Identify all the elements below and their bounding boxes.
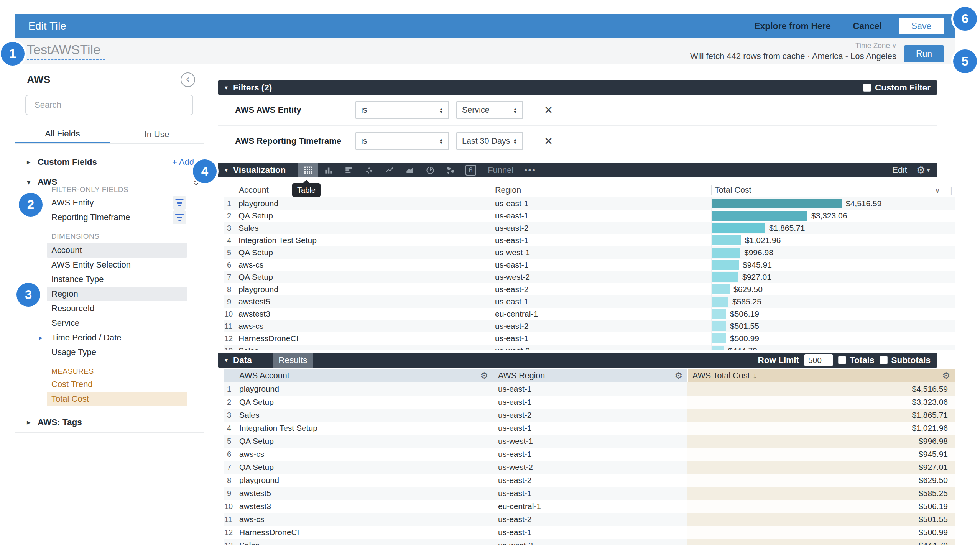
dimension-field[interactable]: ▸ AWS Entity Selection [15,258,204,272]
data-col-aws-region[interactable]: AWS Region ⚙ [493,369,687,382]
totals-checkbox[interactable] [838,356,846,364]
data-results-table: AWS Account ⚙ AWS Region ⚙ AWS Total Cos… [224,369,955,545]
tile-name-input[interactable]: TestAWSTile [27,42,105,60]
table-row[interactable]: 4 Integration Test Setup us-east-1 $1,02… [224,234,955,246]
save-button[interactable]: Save [899,18,944,34]
viz-col-total-cost[interactable]: Total Cost [711,185,955,195]
table-row[interactable]: 5 QA Setup us-west-1 $996.98 [224,435,955,448]
aws-tags-group-row[interactable]: ▸ AWS: Tags [15,412,204,433]
subtotals-checkbox[interactable] [880,356,888,364]
single-value-viz-icon[interactable]: 6 [460,163,481,177]
dimension-field[interactable]: ▸ Usage Type [15,345,204,360]
data-col-aws-account[interactable]: AWS Account ⚙ [235,369,493,382]
funnel-viz-option[interactable]: Funnel [488,165,513,175]
table-row[interactable]: 1 playground us-east-1 $4,516.59 [224,382,955,396]
tab-results[interactable]: Results [273,353,313,368]
line-chart-viz-icon[interactable] [379,163,400,177]
cost-bar [712,284,730,294]
dimension-field[interactable]: ▸ Instance Type [15,272,204,287]
data-col-aws-total-cost[interactable]: AWS Total Cost ↓ ⚙ [687,369,955,382]
table-viz-icon[interactable] [298,163,318,177]
gear-icon[interactable]: ⚙ [916,164,926,176]
tab-in-use[interactable]: In Use [110,125,204,143]
totals-toggle[interactable]: Totals [838,355,875,365]
remove-filter-icon[interactable]: × [544,133,552,149]
table-row[interactable]: 1 playground us-east-1 $4,516.59 [224,197,955,210]
table-row[interactable]: 13 Sales us-west-2 $444.79 [224,345,955,350]
area-chart-viz-icon[interactable] [400,163,420,177]
explore-from-here-button[interactable]: Explore from Here [754,21,830,31]
table-row[interactable]: 6 aws-cs us-east-1 $945.91 [224,448,955,461]
custom-fields-row[interactable]: ▸ Custom Fields + Add [15,153,204,171]
filter-icon[interactable] [173,210,186,224]
table-row[interactable]: 2 QA Setup us-east-1 $3,323.06 [224,396,955,409]
pie-chart-viz-icon[interactable] [420,163,440,177]
remove-filter-icon[interactable]: × [544,102,552,118]
more-viz-options-icon[interactable]: ••• [524,166,536,175]
dimension-field[interactable]: ▸ ResourceId [15,301,204,316]
tab-all-fields[interactable]: All Fields [15,125,110,143]
map-viz-icon[interactable] [440,163,460,177]
table-row[interactable]: 13 Sales us-west-2 $444.79 [224,539,955,545]
table-row[interactable]: 3 Sales us-east-2 $1,865.71 [224,222,955,234]
table-row[interactable]: 5 QA Setup us-west-1 $996.98 [224,246,955,259]
cancel-button[interactable]: Cancel [853,21,882,31]
dimension-field[interactable]: ▸ Account [15,243,204,258]
table-row[interactable]: 2 QA Setup us-east-1 $3,323.06 [224,210,955,222]
gear-icon[interactable]: ⚙ [942,371,950,381]
table-row[interactable]: 8 playground us-east-2 $629.50 [224,474,955,487]
visualization-section-header[interactable]: ▾ Visualization [218,163,937,177]
top-bar: Edit Tile Explore from Here Cancel Save [15,14,955,38]
table-row[interactable]: 3 Sales us-east-2 $1,865.71 [224,409,955,422]
gear-icon[interactable]: ⚙ [674,371,682,381]
table-row[interactable]: 6 aws-cs us-east-1 $945.91 [224,259,955,271]
table-row[interactable]: 10 awstest3 eu-central-1 $506.19 [224,500,955,513]
timezone-dropdown[interactable]: Time Zone∨ [855,41,896,50]
table-row[interactable]: 12 HarnessDroneCI us-east-1 $500.99 [224,332,955,345]
table-row[interactable]: 11 aws-cs us-east-2 $501.55 [224,513,955,526]
filter-only-field[interactable]: Reporting Timeframe [15,210,204,225]
chevron-down-icon[interactable]: ∨ [935,186,940,195]
table-row[interactable]: 11 aws-cs us-east-2 $501.55 [224,320,955,332]
custom-filter-checkbox[interactable] [863,84,871,92]
viz-edit-button[interactable]: Edit [892,165,907,175]
gear-icon[interactable]: ⚙ [480,371,488,381]
filter-icon[interactable] [173,196,186,210]
subtotals-toggle[interactable]: Subtotals [880,355,931,365]
field-picker-sidebar: AWS ‹ All Fields In Use ▸ Custom Fields … [15,64,204,545]
data-section-header[interactable]: ▾ Data Results Row Limit Totals Subtotal… [218,353,937,368]
run-button[interactable]: Run [904,45,944,62]
filter-operator-select[interactable]: is ▲▼ [355,132,449,150]
scatter-viz-icon[interactable] [359,163,379,177]
viz-col-region[interactable]: Region [491,185,711,195]
measure-field[interactable]: Total Cost [15,392,204,406]
dimension-field[interactable]: ▸ Region [15,287,204,301]
bar-chart-viz-icon[interactable] [339,163,359,177]
viz-table-body: 1 playground us-east-1 $4,516.59 2 QA Se… [224,197,955,350]
filter-value-select[interactable]: Service ▲▼ [456,101,523,119]
table-row[interactable]: 7 QA Setup us-west-2 $927.01 [224,271,955,283]
table-row[interactable]: 9 awstest5 us-east-1 $585.25 [224,487,955,500]
table-row[interactable]: 12 HarnessDroneCI us-east-1 $500.99 [224,526,955,539]
table-row[interactable]: 4 Integration Test Setup us-east-1 $1,02… [224,422,955,435]
column-chart-viz-icon[interactable] [318,163,339,177]
filter-operator-select[interactable]: is ▲▼ [355,101,449,119]
table-row[interactable]: 8 playground us-east-2 $629.50 [224,283,955,295]
caret-down-icon[interactable]: ▾ [927,167,930,173]
filters-section-header[interactable]: ▾ Filters (2) Custom Filter [218,80,937,95]
measure-field[interactable]: Cost Trend [15,377,204,392]
custom-filter-toggle[interactable]: Custom Filter [863,83,931,93]
filter-value-select[interactable]: Last 30 Days ▲▼ [456,132,523,150]
dimension-field[interactable]: ▸ Time Period / Date [15,330,204,345]
table-row[interactable]: 9 awstest5 us-east-1 $585.25 [224,295,955,308]
viz-col-account[interactable]: Account [235,185,491,195]
search-input[interactable] [25,95,193,115]
dimension-field[interactable]: ▸ Service [15,316,204,330]
collapse-sidebar-button[interactable]: ‹ [181,72,195,87]
table-row[interactable]: 10 awstest3 eu-central-1 $506.19 [224,308,955,320]
filter-only-field[interactable]: AWS Entity [15,195,204,210]
row-limit-input[interactable] [804,354,833,366]
table-row[interactable]: 7 QA Setup us-west-2 $927.01 [224,461,955,474]
measure-list: Cost Trend Total Cost [15,377,204,406]
add-custom-field-button[interactable]: + Add [172,157,194,167]
